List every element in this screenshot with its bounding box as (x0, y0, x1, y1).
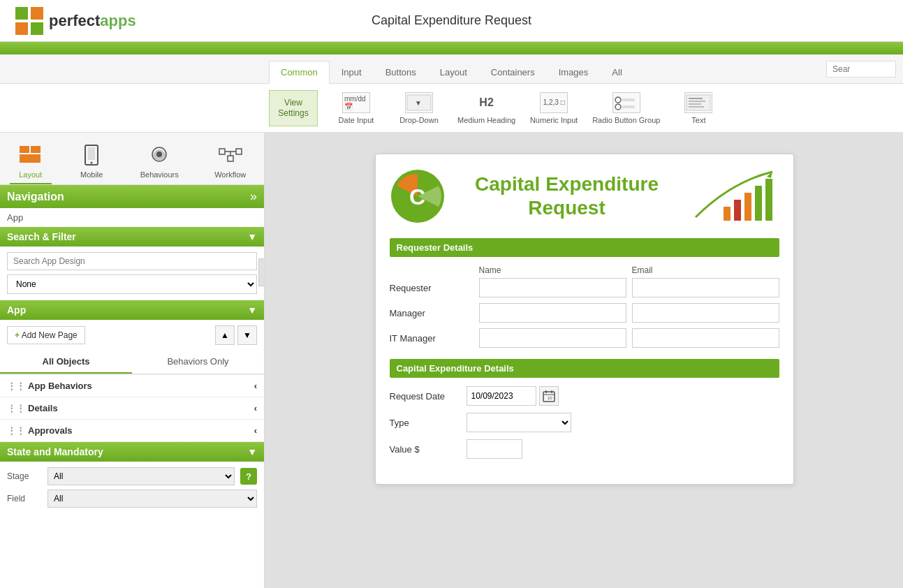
svg-text:10: 10 (548, 396, 552, 400)
nav-chevrons: » (250, 189, 257, 204)
arrow-up-button[interactable]: ▲ (215, 325, 235, 345)
tab-behaviors-only[interactable]: Behaviors Only (132, 351, 264, 374)
stage-help-button[interactable]: ? (240, 468, 257, 485)
svg-point-8 (615, 104, 621, 110)
app-section-header[interactable]: App ▼ (0, 300, 264, 320)
value-label: Value $ (390, 444, 460, 455)
tab-images[interactable]: Images (547, 61, 601, 83)
it-manager-name-input[interactable] (479, 328, 626, 348)
comp-radio[interactable]: Radio Button Group (592, 92, 660, 124)
obj-tabs: All Objects Behaviors Only (0, 351, 264, 374)
form-card: C Capital Expenditure Request (375, 154, 794, 485)
comp-radio-label: Radio Button Group (592, 116, 660, 124)
logo-icon (14, 6, 45, 36)
comp-text-label: Text (691, 116, 705, 124)
state-mandatory-chevron: ▼ (247, 446, 257, 457)
stage-row: Stage All Draft Approved ? (7, 467, 257, 485)
field-select[interactable]: All (47, 490, 257, 508)
comp-date-input-label: Date Input (339, 116, 374, 124)
view-settings-button[interactable]: ViewSettings (269, 90, 318, 126)
svg-rect-9 (622, 105, 635, 108)
nav-workflow-label: Workflow (214, 170, 246, 179)
add-new-page-button[interactable]: + Add New Page (7, 326, 85, 344)
comp-numeric[interactable]: 1,2,3 □ Numeric Input (529, 92, 578, 124)
app-behaviors-chevron: ‹ (254, 381, 257, 391)
value-input[interactable] (467, 439, 522, 459)
svg-rect-35 (765, 179, 772, 221)
tab-search-input[interactable] (826, 61, 896, 78)
type-row: Type (390, 413, 779, 432)
approvals-item[interactable]: ⋮⋮Approvals ‹ (0, 420, 264, 442)
state-mandatory-content: Stage All Draft Approved ? Field All (0, 462, 264, 517)
nav-chevron-right[interactable]: » (250, 189, 257, 204)
layout-icon (18, 142, 43, 168)
request-date-input[interactable] (467, 386, 536, 406)
it-manager-email-input[interactable] (632, 328, 779, 348)
svg-point-20 (91, 162, 93, 164)
nav-behaviours[interactable]: Behaviours (132, 138, 187, 184)
form-grid-header: Name Email (390, 265, 779, 275)
collapse-toggle[interactable]: ‹ (258, 258, 265, 286)
tab-common[interactable]: Common (269, 61, 330, 84)
request-date-label: Request Date (390, 391, 460, 402)
search-filter-content: None Option 1 Option 2 (0, 247, 264, 300)
components-bar: ViewSettings mm/dd 📅 Date Input ▼ Drop-D… (0, 84, 903, 133)
tab-buttons[interactable]: Buttons (374, 61, 428, 83)
type-label: Type (390, 418, 460, 428)
form-logo-icon: C (390, 168, 446, 224)
filter-dropdown[interactable]: None Option 1 Option 2 (7, 274, 257, 294)
app-behaviors-item[interactable]: ⋮⋮App Behaviors ‹ (0, 375, 264, 397)
date-input-icon: mm/dd 📅 (342, 92, 370, 113)
tab-all-objects[interactable]: All Objects (0, 351, 132, 374)
type-select[interactable] (467, 413, 571, 432)
comp-heading[interactable]: H2 Medium Heading (457, 92, 515, 124)
comp-heading-label: Medium Heading (457, 116, 515, 124)
nav-header: Navigation » (0, 185, 264, 208)
green-toolbar (0, 42, 903, 54)
details-item[interactable]: ⋮⋮Details ‹ (0, 397, 264, 420)
date-input-group: 10 (467, 386, 559, 406)
nav-layout-label: Layout (19, 170, 42, 179)
capital-details-title: Capital Expenditure Details (390, 359, 779, 378)
nav-behaviours-label: Behaviours (140, 170, 179, 179)
tab-layout[interactable]: Layout (428, 61, 479, 83)
stage-select[interactable]: All Draft Approved (47, 467, 235, 485)
value-row: Value $ (390, 439, 779, 459)
tab-search-area (826, 61, 896, 78)
form-grid-requester: Requester Manager IT Manager (390, 278, 779, 348)
stage-label: Stage (7, 471, 42, 481)
svg-rect-0 (15, 7, 28, 20)
nav-layout[interactable]: Layout (10, 138, 52, 184)
comp-date-input[interactable]: mm/dd 📅 Date Input (332, 92, 381, 124)
tab-containers[interactable]: Containers (479, 61, 547, 83)
search-filter-header[interactable]: Search & Filter ▼ (0, 227, 264, 247)
main-layout: Layout Mobile (0, 133, 903, 588)
tab-all[interactable]: All (600, 61, 633, 83)
svg-rect-3 (31, 22, 43, 35)
logo-text: perfectapps (49, 12, 136, 30)
state-mandatory-section: State and Mandatory ▼ Stage All Draft Ap… (0, 442, 264, 517)
comp-text[interactable]: Text (674, 92, 723, 124)
state-mandatory-header[interactable]: State and Mandatory ▼ (0, 442, 264, 462)
manager-email-input[interactable] (632, 303, 779, 323)
tab-input[interactable]: Input (330, 61, 374, 83)
requester-name-input[interactable] (479, 278, 626, 297)
requester-email-input[interactable] (632, 278, 779, 297)
calendar-icon[interactable]: 10 (539, 386, 559, 406)
form-header: C Capital Expenditure Request (390, 168, 779, 224)
svg-rect-24 (236, 149, 242, 154)
svg-rect-7 (622, 98, 635, 101)
comp-numeric-label: Numeric Input (530, 116, 578, 124)
svg-text:▼: ▼ (415, 99, 422, 107)
navigation-title: Navigation (7, 191, 64, 203)
arrow-down-button[interactable]: ▼ (237, 325, 257, 345)
manager-name-input[interactable] (479, 303, 626, 323)
page-title: Capital Expenditure Request (372, 13, 531, 28)
nav-workflow[interactable]: Workflow (206, 138, 254, 184)
svg-rect-34 (755, 186, 762, 221)
nav-mobile[interactable]: Mobile (71, 138, 112, 184)
svg-rect-17 (20, 154, 41, 163)
comp-dropdown[interactable]: ▼ Drop-Down (395, 92, 443, 124)
field-label: Field (7, 494, 42, 504)
search-app-design-input[interactable] (7, 252, 257, 270)
